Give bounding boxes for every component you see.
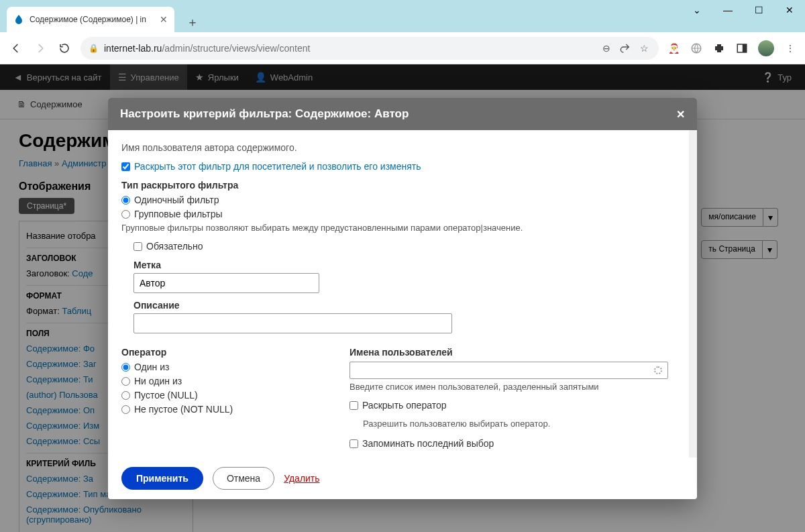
group-help: Групповые фильтры позволяют выбирать меж…: [121, 223, 676, 233]
modal-close-icon[interactable]: ✕: [676, 108, 685, 121]
loading-spinner-icon: [654, 366, 662, 374]
drupal-favicon: [13, 14, 24, 25]
expose-operator-help: Разрешить пользователю выбирать оператор…: [363, 419, 676, 429]
modal-header: Настроить критерий фильтра: Содержимое: …: [108, 98, 697, 130]
usernames-label: Имена пользователей: [350, 347, 676, 358]
tab-close-icon[interactable]: ✕: [160, 14, 168, 25]
modal-body: Имя пользователя автора содержимого. Рас…: [108, 130, 697, 458]
description-field-label: Описание: [133, 300, 676, 311]
filter-config-modal: Настроить критерий фильтра: Содержимое: …: [108, 98, 697, 499]
op-none-of[interactable]: [121, 377, 130, 386]
menu-icon[interactable]: ⋮: [784, 42, 797, 55]
description-input[interactable]: [133, 313, 452, 333]
url-bar[interactable]: 🔒 internet-lab.ru/admin/structure/views/…: [80, 37, 659, 60]
back-button[interactable]: [8, 40, 24, 56]
close-window-button[interactable]: ✕: [774, 0, 805, 20]
lock-icon: 🔒: [89, 44, 99, 53]
reload-button[interactable]: [56, 40, 72, 56]
radio-group-label[interactable]: Групповые фильтры: [134, 209, 223, 219]
share-icon[interactable]: [619, 42, 632, 55]
exposed-type-label: Тип раскрытого фильтра: [121, 180, 676, 191]
profile-avatar[interactable]: [758, 40, 774, 56]
expose-checkbox[interactable]: [121, 162, 130, 171]
intro-text: Имя пользователя автора содержимого.: [121, 142, 676, 153]
forward-button[interactable]: [32, 40, 48, 56]
expose-operator-label[interactable]: Раскрыть оператор: [362, 400, 446, 411]
expose-label[interactable]: Раскрыть этот фильтр для посетителей и п…: [134, 161, 421, 172]
globe-icon[interactable]: [690, 42, 703, 55]
apply-button[interactable]: Применить: [121, 467, 203, 490]
remove-link[interactable]: Удалить: [284, 473, 319, 484]
tab-title: Содержимое (Содержимое) | in: [30, 15, 154, 24]
usernames-input[interactable]: [350, 362, 668, 379]
modal-title: Настроить критерий фильтра: Содержимое: …: [120, 107, 676, 121]
op-not-null[interactable]: [121, 405, 130, 414]
expose-operator-checkbox[interactable]: [350, 401, 358, 410]
operator-label: Оператор: [121, 347, 323, 358]
browser-toolbar: 🔒 internet-lab.ru/admin/structure/views/…: [0, 32, 805, 64]
required-label[interactable]: Обязательно: [146, 241, 203, 252]
radio-single-label[interactable]: Одиночный фильтр: [134, 195, 219, 205]
maximize-button[interactable]: ☐: [743, 0, 774, 20]
op-one-of[interactable]: [121, 363, 130, 372]
svg-rect-2: [743, 44, 747, 52]
label-field-label: Метка: [133, 260, 676, 270]
modal-footer: Применить Отмена Удалить: [108, 458, 697, 499]
cancel-button[interactable]: Отмена: [213, 467, 274, 490]
panel-icon[interactable]: [735, 42, 749, 55]
remember-label[interactable]: Запоминать последний выбор: [362, 438, 494, 449]
new-tab-button[interactable]: ＋: [181, 12, 204, 32]
op-null[interactable]: [121, 391, 130, 400]
radio-single[interactable]: [121, 196, 130, 205]
required-checkbox[interactable]: [133, 242, 142, 251]
extension-santa-icon[interactable]: 🎅: [667, 42, 680, 55]
usernames-help: Введите список имен пользователей, разде…: [350, 382, 676, 392]
url-text: internet-lab.ru/admin/structure/views/vi…: [104, 43, 594, 54]
extensions-icon[interactable]: [712, 42, 726, 55]
caret-down-icon[interactable]: ⌄: [682, 0, 712, 20]
star-icon[interactable]: ☆: [637, 42, 651, 55]
minimize-button[interactable]: —: [712, 0, 743, 20]
zoom-icon[interactable]: ⊖: [600, 42, 613, 55]
browser-tab[interactable]: Содержимое (Содержимое) | in ✕: [7, 7, 174, 32]
label-input[interactable]: [133, 273, 319, 293]
browser-titlebar: Содержимое (Содержимое) | in ✕ ＋ ⌄ — ☐ ✕: [0, 0, 805, 32]
modal-overlay: Настроить критерий фильтра: Содержимое: …: [0, 64, 805, 532]
radio-group[interactable]: [121, 210, 130, 219]
remember-checkbox[interactable]: [350, 439, 358, 448]
